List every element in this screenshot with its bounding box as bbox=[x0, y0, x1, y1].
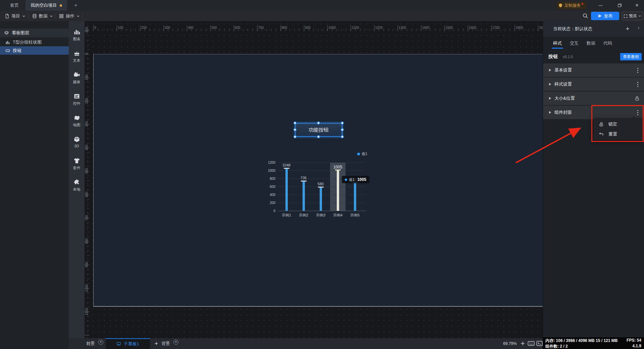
tab-label: 数据 bbox=[587, 40, 595, 46]
sidebar-item-media[interactable]: 媒体 bbox=[69, 71, 85, 88]
menu-actions[interactable]: 操作 bbox=[59, 11, 80, 21]
close-button[interactable]: × bbox=[631, 0, 643, 11]
vertical-ruler: -100010020030040050060070080090010001100 bbox=[85, 25, 89, 338]
layers-panel-title: 看板图层 bbox=[12, 30, 29, 36]
chevron-down-icon bbox=[50, 14, 53, 18]
sidebar-item-map[interactable]: 地图 bbox=[69, 114, 85, 131]
add-background-button[interactable]: + bbox=[173, 340, 178, 345]
sidebar-item-controls[interactable]: 控件 bbox=[69, 93, 85, 110]
resize-handle-w[interactable] bbox=[293, 128, 297, 131]
background-button[interactable]: 背景 bbox=[161, 338, 170, 349]
sidebar-item-local[interactable]: 本地 bbox=[69, 179, 85, 196]
tab-style[interactable]: 样式 bbox=[553, 37, 562, 50]
tab-home[interactable]: 首页 bbox=[4, 0, 25, 11]
add-state-button[interactable]: + bbox=[624, 26, 631, 32]
shortcut-keys-button[interactable] bbox=[528, 341, 535, 346]
selected-button-component[interactable]: 功能按钮 bbox=[295, 123, 342, 137]
tab-label: 代码 bbox=[603, 40, 612, 46]
maximize-button[interactable] bbox=[614, 0, 625, 11]
canvas[interactable]: 0100200300400500600700800900100011001200… bbox=[85, 21, 543, 338]
foreground-label: 前景 bbox=[86, 341, 95, 347]
menu-data-label: 数据 bbox=[39, 13, 48, 19]
tab-code[interactable]: 代码 bbox=[603, 37, 612, 50]
restore-icon bbox=[618, 4, 622, 7]
kebab-menu-icon[interactable] bbox=[636, 81, 640, 88]
resize-handle-nw[interactable] bbox=[293, 121, 297, 124]
chevron-down-icon bbox=[76, 14, 80, 18]
foreground-button[interactable]: 前景 bbox=[86, 338, 95, 349]
ruler-label: 1000 bbox=[85, 281, 89, 295]
resize-handle-e[interactable] bbox=[341, 128, 344, 131]
tab-project[interactable]: 我的空白项目 bbox=[25, 0, 67, 11]
minimize-button[interactable] bbox=[595, 0, 606, 11]
chart-ytick-label: 800 bbox=[265, 177, 275, 181]
ruler-label: 600 bbox=[235, 26, 240, 30]
map-icon bbox=[73, 114, 80, 121]
sidebar-item-charts[interactable]: 图表 bbox=[69, 29, 85, 45]
sidebar-item-label: 3D bbox=[74, 144, 79, 148]
publish-button[interactable]: 发布 bbox=[591, 12, 619, 20]
layers-panel-header[interactable]: 看板图层 bbox=[0, 29, 69, 37]
tab-data[interactable]: 数据 bbox=[587, 37, 595, 50]
shield-icon bbox=[558, 3, 563, 8]
sidebar-item-kits[interactable]: 套件 bbox=[69, 157, 85, 174]
section-component-cover[interactable]: 组件封面 bbox=[543, 106, 644, 119]
section-label: 基本设置 bbox=[554, 67, 572, 73]
custom-service-badge[interactable]: 定制服务 bbox=[557, 2, 586, 9]
ruler-label: 1000 bbox=[328, 26, 336, 30]
puzzle-icon bbox=[73, 179, 80, 186]
ruler-label: 200 bbox=[141, 26, 147, 30]
tab-interaction[interactable]: 交互 bbox=[570, 37, 579, 50]
section-style-settings[interactable]: 样式设置 bbox=[543, 78, 644, 91]
layer-item-button[interactable]: 按钮 bbox=[0, 46, 69, 55]
button-component-label: 功能按钮 bbox=[309, 127, 329, 133]
layer-item-grouped-bar[interactable]: T型分组柱状图 bbox=[0, 38, 69, 46]
resize-handle-ne[interactable] bbox=[341, 121, 344, 124]
kebab-menu-icon[interactable] bbox=[636, 109, 640, 116]
tab-label: 样式 bbox=[553, 40, 562, 46]
app-version: 4.1.9 bbox=[632, 344, 641, 348]
menu-item-reset[interactable]: 重置 bbox=[593, 129, 643, 139]
section-size-position[interactable]: 大小&位置 bbox=[543, 92, 644, 105]
chart-legend[interactable]: 值1 bbox=[357, 151, 367, 156]
zoom-level[interactable]: 69.79% bbox=[503, 338, 517, 349]
toolbar: 项目 数据 操作 发布 预览 bbox=[0, 11, 644, 21]
resize-handle-n[interactable] bbox=[317, 121, 320, 124]
menu-project[interactable]: 项目 bbox=[5, 11, 25, 21]
section-label: 样式设置 bbox=[554, 81, 572, 87]
expand-states-button[interactable] bbox=[637, 26, 640, 30]
search-button[interactable] bbox=[582, 13, 589, 19]
resize-handle-se[interactable] bbox=[341, 135, 344, 138]
current-state-text: 当前状态：默认状态 bbox=[553, 26, 592, 32]
sidebar-item-label: 图表 bbox=[73, 37, 80, 42]
artboard[interactable]: 功能按钮 0200400600800100012001048示例1735示例25… bbox=[93, 54, 543, 307]
sidebar-item-label: 媒体 bbox=[73, 80, 80, 85]
bar-chart-component[interactable]: 0200400600800100012001048示例1735示例2580示例3… bbox=[265, 150, 370, 221]
resize-handle-s[interactable] bbox=[317, 135, 320, 138]
resize-handle-sw[interactable] bbox=[293, 135, 297, 138]
new-tab-button[interactable]: + bbox=[71, 0, 80, 11]
chart-axis-label: 示例5 bbox=[345, 213, 365, 218]
sidebar-item-3d[interactable]: 3D bbox=[69, 136, 85, 153]
custom-service-label: 定制服务 bbox=[565, 3, 581, 8]
layers-panel: 看板图层 T型分组柱状图 按钮 bbox=[0, 21, 69, 349]
menu-data[interactable]: 数据 bbox=[32, 11, 53, 21]
menu-item-lock[interactable]: 锁定 bbox=[593, 119, 643, 129]
collapse-arrow-icon bbox=[549, 83, 551, 86]
section-basic-settings[interactable]: 基本设置 bbox=[543, 63, 644, 77]
kebab-menu-icon[interactable] bbox=[636, 66, 640, 74]
widget-sidebar: 图表 文本 媒体 控件 地图 3D 套件 本地 bbox=[69, 21, 85, 338]
tutorial-button[interactable]: 查看教程 bbox=[620, 53, 642, 60]
board-tab-active[interactable]: 子看板1 bbox=[106, 338, 150, 349]
fit-screen-button[interactable] bbox=[520, 341, 526, 346]
chart-bar-cap bbox=[301, 181, 307, 182]
preview-button[interactable]: 预览 bbox=[622, 12, 643, 20]
ruler-label: 500 bbox=[211, 26, 217, 30]
sidebar-item-text[interactable]: 文本 bbox=[69, 50, 85, 67]
console-button[interactable] bbox=[536, 341, 543, 346]
tooltip-series-label: 值1: bbox=[349, 177, 356, 182]
toolbar-separator bbox=[28, 13, 29, 18]
add-board-button[interactable]: + bbox=[152, 338, 161, 349]
add-foreground-button[interactable]: + bbox=[98, 340, 103, 345]
lock-icon[interactable] bbox=[635, 96, 640, 101]
